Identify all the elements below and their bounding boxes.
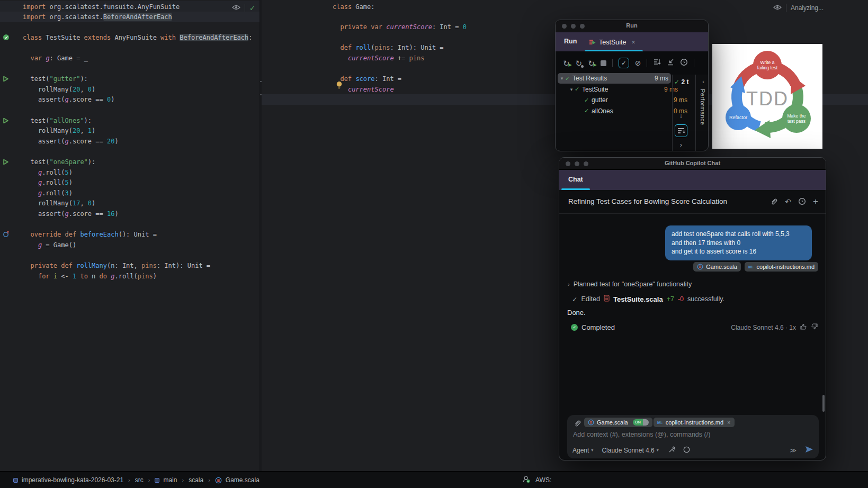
run-tab-bar[interactable]: Run TestSuite × <box>556 32 708 52</box>
rerun-icon[interactable]: ↻▶ <box>563 59 570 67</box>
test-name: gutter <box>592 96 608 104</box>
tab-testsuite[interactable]: TestSuite × <box>589 38 635 47</box>
aws-status[interactable]: AWS: <box>535 476 551 484</box>
run-class-check-icon[interactable] <box>3 33 10 43</box>
inspection-widget[interactable]: ✓ <box>232 3 255 13</box>
test-tree-row[interactable]: ▾✓Test Results9 ms <box>558 73 671 84</box>
thumbs-down-icon[interactable] <box>811 323 818 332</box>
test-tree-row[interactable]: ✓gutter9 ms <box>558 95 690 105</box>
status-bar: imperative-bowling-kata-2026-03-21 › src… <box>0 471 868 488</box>
divider <box>672 75 673 151</box>
scalatest-run-icon <box>589 38 596 47</box>
chat-thread-header: Refining Test Cases for Bowling Score Ca… <box>559 189 826 214</box>
inspection-widget[interactable]: Analyzing... <box>773 3 824 13</box>
import-result-icon[interactable] <box>667 58 674 68</box>
window-title: Run <box>556 22 708 29</box>
test-passed-icon: ✓ <box>575 86 582 93</box>
done-text: Done. <box>567 309 586 317</box>
attachment-chip[interactable]: Game.scala <box>693 262 741 272</box>
collapse-panel-icon[interactable]: ‹ <box>696 78 709 85</box>
chevron-right-icon[interactable]: › <box>674 141 688 149</box>
code-line: rollMany(20, 0) <box>23 84 95 95</box>
run-test-icon[interactable] <box>3 116 9 126</box>
context-chip-instructions[interactable]: M↓ copilot-instructions.md × <box>654 418 735 427</box>
breadcrumb-project[interactable]: imperative-bowling-kata-2026-03-21 <box>22 476 123 484</box>
diff-removed: -0 <box>678 295 684 303</box>
undo-icon[interactable]: ↶ <box>785 197 791 206</box>
stop-icon[interactable] <box>601 60 606 66</box>
chip-on-toggle[interactable]: ON <box>633 419 649 426</box>
next-failed-icon[interactable]: ↓ <box>674 111 688 119</box>
code-line: g.roll(5) <box>23 167 73 178</box>
breadcrumb-src[interactable]: src <box>135 476 144 484</box>
code-line: test("allOnes"): <box>23 115 92 126</box>
run-tool-window[interactable]: Run Run TestSuite × ↻▶ ↻ ↻▶ ✓ ⊘ ▾✓Test R… <box>555 20 709 151</box>
model-select[interactable]: Claude Sonnet 4.6 <box>602 447 654 454</box>
rerun-failed-icon[interactable]: ↻ <box>576 59 583 67</box>
history-icon[interactable] <box>680 58 688 68</box>
attach-icon[interactable] <box>574 419 581 429</box>
new-chat-icon[interactable]: + <box>813 196 818 207</box>
chevron-down-icon[interactable]: ▾ <box>657 448 659 453</box>
tdd-cycle-image: Write a failing test Make the test pass … <box>712 44 822 149</box>
intention-bulb-icon[interactable] <box>336 81 343 92</box>
copilot-chat-window[interactable]: GitHub Copilot Chat Chat Refining Test C… <box>559 157 826 460</box>
context-circle-icon[interactable] <box>683 446 690 455</box>
passed-count-badge: ✓ 2 t <box>674 78 694 86</box>
testsuite-file-icon <box>604 295 610 303</box>
profile-status-icon[interactable] <box>522 475 530 485</box>
tab-chat[interactable]: Chat <box>568 176 583 183</box>
context-chip-game[interactable]: Game.scala ON <box>584 418 652 427</box>
breadcrumb-file[interactable]: Game.scala <box>226 476 259 484</box>
chat-window-titlebar[interactable]: GitHub Copilot Chat <box>559 158 826 170</box>
more-actions-icon[interactable]: ≫ <box>790 447 797 454</box>
test-tree-row[interactable]: ✓allOnes0 ms <box>558 106 690 116</box>
chat-input-field[interactable]: Add context (#), extensions (@), command… <box>573 431 710 438</box>
chat-input-box[interactable]: Game.scala ON M↓ copilot-instructions.md… <box>567 415 819 458</box>
chevron-down-icon[interactable]: ▾ <box>559 76 565 81</box>
svg-text:failing test: failing test <box>757 65 778 70</box>
attachment-chip[interactable]: M↓ copilot-instructions.md <box>745 262 818 272</box>
send-icon[interactable] <box>805 446 813 455</box>
message-attachments: Game.scala M↓ copilot-instructions.md <box>559 262 818 272</box>
sort-icon[interactable] <box>653 58 661 68</box>
edited-file-row[interactable]: ✓ Edited TestSuite.scala +7 -0 successfu… <box>572 295 724 303</box>
close-icon[interactable]: × <box>727 419 730 426</box>
previous-failed-icon[interactable]: ↑ <box>674 96 688 104</box>
attach-icon[interactable] <box>770 197 778 205</box>
test-name: Test Results <box>572 75 607 82</box>
run-window-titlebar[interactable]: Run <box>556 20 708 32</box>
close-icon[interactable]: × <box>631 39 635 46</box>
rerun-auto-icon[interactable]: ↻▶ <box>588 59 595 67</box>
show-passed-icon[interactable]: ✓ <box>619 58 629 68</box>
tools-icon[interactable] <box>668 446 676 455</box>
chat-tab-bar[interactable]: Chat <box>559 170 826 190</box>
no-problems-check-icon[interactable]: ✓ <box>249 4 255 12</box>
scala-file-icon <box>215 477 222 484</box>
chevron-down-icon[interactable]: ▾ <box>568 87 575 92</box>
mode-select[interactable]: Agent <box>572 447 589 454</box>
test-name: allOnes <box>592 107 613 115</box>
markdown-icon: M↓ <box>748 265 754 269</box>
preview-eye-icon[interactable] <box>773 3 782 13</box>
markdown-icon: M↓ <box>657 420 663 425</box>
breadcrumb-scala[interactable]: scala <box>189 476 203 484</box>
test-editor-pane[interactable]: import org.scalatest.funsuite.AnyFunSuit… <box>0 0 259 471</box>
chat-scrollbar[interactable] <box>822 395 825 412</box>
test-tree-row[interactable]: ▾✓TestSuite9 ms <box>558 84 681 95</box>
chevron-down-icon[interactable]: ▾ <box>591 448 593 453</box>
preview-eye-icon[interactable] <box>232 3 240 13</box>
autoscroll-icon[interactable] <box>675 124 687 137</box>
code-line: assert(g.score == 16) <box>23 209 119 219</box>
override-icon[interactable] <box>3 230 10 240</box>
thumbs-up-icon[interactable] <box>800 323 807 332</box>
tab-performance[interactable]: Performance <box>700 89 706 125</box>
run-test-icon[interactable] <box>3 158 9 167</box>
test-name: TestSuite <box>582 86 608 93</box>
breadcrumb[interactable]: imperative-bowling-kata-2026-03-21 › src… <box>0 476 259 484</box>
planned-step-row[interactable]: › Planned test for "oneSpare" functional… <box>568 281 692 288</box>
show-ignored-icon[interactable]: ⊘ <box>635 59 641 67</box>
history-icon[interactable] <box>798 197 806 205</box>
run-test-icon[interactable] <box>3 75 9 84</box>
breadcrumb-main[interactable]: main <box>163 476 177 484</box>
